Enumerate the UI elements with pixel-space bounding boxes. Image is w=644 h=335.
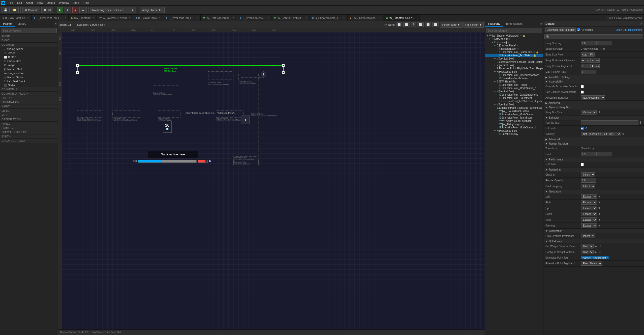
tree-ext-modestatus3[interactable]: E ExtensionPoint_ModeStatus bbox=[485, 113, 543, 116]
view-btn-3[interactable]: ⬜ bbox=[417, 22, 424, 27]
nav-right-arrow[interactable]: ▼ bbox=[597, 201, 601, 204]
tab-overallui[interactable]: W W_OverallUILayout × bbox=[97, 15, 133, 21]
tab-close-overall[interactable]: × bbox=[129, 16, 130, 19]
render-opacity-input[interactable] bbox=[581, 178, 596, 183]
size-rule-auto-btn[interactable]: Auto bbox=[581, 52, 589, 57]
entry-box-type-select[interactable]: Vertical bbox=[581, 110, 597, 115]
behavior-header[interactable]: ▼ Behavior bbox=[543, 116, 644, 120]
tree-abilityfailure[interactable]: W W_AbilityFailureFeedback bbox=[485, 119, 543, 123]
dynamic-entry-box-header[interactable]: ▼ Dynamic Entry Box bbox=[543, 105, 644, 109]
is-volatile-checkbox[interactable] bbox=[581, 163, 584, 166]
tab-controlpoint[interactable]: W W_ControlPointSta... × bbox=[271, 15, 310, 21]
details-close[interactable]: × bbox=[640, 22, 642, 25]
radial-box-settings-header[interactable]: ▶ Radial Box Settings bbox=[543, 75, 644, 79]
nav-right-select[interactable]: Escape bbox=[581, 200, 597, 205]
valign-bottom-btn[interactable]: ⬇ bbox=[590, 64, 595, 68]
menu-asset[interactable]: Asset bbox=[24, 0, 35, 6]
lock-icon-root[interactable]: 🔒 bbox=[523, 35, 525, 37]
tab-close-las[interactable]: × bbox=[379, 16, 381, 19]
flow-direction-select[interactable]: Inherit bbox=[581, 234, 595, 238]
tree-textstats[interactable]: E ExtensionPoint_TextStats 👁 🔒 bbox=[485, 54, 543, 57]
nav-prev-arrow[interactable]: ▼ bbox=[597, 224, 601, 227]
tree-indicator-layer[interactable]: I IndicatorLayer 👁 bbox=[485, 47, 543, 50]
tab-close-ctrl[interactable]: × bbox=[305, 16, 307, 19]
extension-tag-remove[interactable]: × bbox=[606, 257, 608, 259]
diff-button[interactable]: ⇄ Diff bbox=[41, 7, 53, 13]
debug-object-dropdown[interactable]: No debug object selected ▼ bbox=[90, 7, 136, 13]
nav-down-select[interactable]: Escape bbox=[581, 212, 597, 216]
stop-button[interactable]: ■ bbox=[72, 7, 78, 13]
localization-header[interactable]: ▼ Localization bbox=[543, 229, 644, 233]
render-transform-header[interactable]: ▼ Render Transform bbox=[543, 142, 644, 146]
tree-safezone[interactable]: ▼ S SafeZone_0 👁 bbox=[485, 37, 543, 41]
tab-close-lyra[interactable]: × bbox=[65, 16, 66, 19]
tree-ext-reticle[interactable]: E ExtensionPoint_Reticle bbox=[485, 83, 543, 87]
tree-root[interactable]: ▼ W [W_ShooterHUDLayout] 👁 🔒 bbox=[485, 34, 543, 37]
is-variable-checkbox[interactable] bbox=[577, 28, 580, 31]
bind-widgets-tab[interactable]: Bind Widgets bbox=[503, 21, 526, 27]
tree-left-side-touch[interactable]: E ExtensionPoint_LeftSide_TouchRegion bbox=[485, 60, 543, 64]
tree-ext-rightside[interactable]: E ExtensionPoint_RightSideTouchInputs bbox=[485, 106, 543, 109]
align-fill-btn[interactable]: ⟺ bbox=[595, 58, 600, 63]
pivot-y-input[interactable] bbox=[596, 152, 611, 156]
tab-close-sgame[interactable]: × bbox=[343, 16, 345, 19]
tooltip-text-input[interactable] bbox=[581, 120, 638, 125]
menu-edit[interactable]: Edit bbox=[15, 0, 24, 6]
advanced-header-1[interactable]: ▶ Advanced bbox=[543, 101, 644, 105]
menu-help[interactable]: Help bbox=[81, 0, 91, 6]
get-widget-class-arrow[interactable]: ▶ bbox=[594, 244, 597, 248]
palette-tab[interactable]: Palette bbox=[0, 21, 15, 27]
tree-ext-equip[interactable]: E ExtensionPoint_Equipment bbox=[485, 96, 543, 100]
visibility-reset[interactable]: ↺ bbox=[622, 132, 625, 136]
tab-close-hud[interactable]: × bbox=[417, 17, 418, 19]
tree-ext-leftside[interactable]: E ExtensionPoint_LeftSideTouchInputs bbox=[485, 100, 543, 103]
nav-next-arrow[interactable]: ▼ bbox=[597, 218, 601, 221]
compile-button[interactable]: ⚙ Compile bbox=[22, 7, 40, 13]
skip-button[interactable]: ⏭ bbox=[79, 7, 87, 13]
visibility-icon-safezone[interactable]: 👁 bbox=[508, 38, 510, 40]
entry-box-type-reset[interactable]: ↺ bbox=[597, 110, 601, 114]
palette-item-analog-slider[interactable]: ⬦ Analog Slider bbox=[0, 47, 58, 51]
hierarchy-close[interactable]: × bbox=[539, 21, 543, 27]
tab-shooter-hud[interactable]: W W_ShooterHUDLa... × bbox=[383, 15, 421, 21]
accessibility-header[interactable]: ▼ Accessibility bbox=[543, 79, 644, 84]
tree-ext-extra-equip[interactable]: E ExtensionPoint_ExtraEquipment bbox=[485, 93, 543, 96]
menu-debug[interactable]: Debug bbox=[45, 0, 57, 6]
canvas-content[interactable]: -400 -200 0 200 400 bbox=[58, 32, 485, 329]
menu-view[interactable]: View bbox=[35, 0, 45, 6]
tree-abilityprogress[interactable]: W [W_AbilityProgress bbox=[485, 123, 543, 126]
valign-fill-btn[interactable]: ⟺ bbox=[595, 64, 600, 68]
spacing-pattern-remove[interactable]: 🗑 bbox=[602, 47, 606, 51]
configure-widget-arrow[interactable]: ▶ bbox=[594, 250, 597, 254]
handle-tr[interactable] bbox=[282, 64, 285, 67]
tab-lyraui[interactable]: B B_LyraUIPolicy × bbox=[133, 15, 163, 21]
get-widget-class-reset[interactable]: ↺ bbox=[598, 244, 601, 248]
is-enabled-reset[interactable]: ↺ bbox=[584, 127, 588, 130]
tree-subtitle-display[interactable]: S SubtitleDisplay bbox=[485, 132, 543, 136]
nav-next-select[interactable]: Escape bbox=[581, 217, 597, 222]
visibility-icon-root[interactable]: 👁 bbox=[520, 35, 522, 37]
tree-vertbox3[interactable]: ▼ V [Vertical Box] bbox=[485, 90, 543, 93]
fill-screen-dropdown[interactable]: Fill Screen ▼ bbox=[464, 22, 484, 28]
tab-lyra-shooter[interactable]: B B_LyraShooterG... × bbox=[237, 15, 271, 21]
tab-da-frontend[interactable]: D DA_Frontend × bbox=[69, 15, 97, 21]
palette-item-checkbox[interactable]: ☑ Check Box bbox=[0, 59, 58, 63]
open-ui-extension-link[interactable]: Open UIExtensionPoint bbox=[616, 29, 642, 31]
handle-br[interactable] bbox=[282, 71, 285, 74]
tab-perfstat[interactable]: W W_PerfStatContai... × bbox=[201, 15, 237, 21]
nav-up-select[interactable]: Escape bbox=[581, 206, 597, 210]
tree-graphstats[interactable]: E ExtensionPoint_GraphStats 👁 🔒 bbox=[485, 50, 543, 54]
tree-horzbox1[interactable]: ▼ H [Horizontal Box] bbox=[485, 70, 543, 73]
nav-prev-select[interactable]: Escape bbox=[581, 223, 597, 228]
tab-close-shooter[interactable]: × bbox=[267, 16, 269, 19]
save-button[interactable]: 💾 bbox=[2, 7, 10, 13]
palette-item-slider[interactable]: ⬛ Slider bbox=[0, 83, 58, 87]
palette-close[interactable]: × bbox=[54, 21, 58, 27]
override-accessible-checkbox[interactable] bbox=[581, 85, 584, 88]
align-left-btn[interactable]: ⬅ bbox=[581, 58, 585, 63]
canvas-drawing-area[interactable]: Extension PointHUD Slot Zone Extension P… bbox=[62, 32, 485, 329]
tag-match-select[interactable]: Exact Match bbox=[581, 261, 602, 266]
tree-crouchtouchbtn[interactable]: W [W_CrouchTouchButton bbox=[485, 109, 543, 113]
spacing-pattern-add[interactable]: + bbox=[599, 47, 602, 51]
ui-extension-header[interactable]: ▼ UI Extension bbox=[543, 239, 644, 243]
